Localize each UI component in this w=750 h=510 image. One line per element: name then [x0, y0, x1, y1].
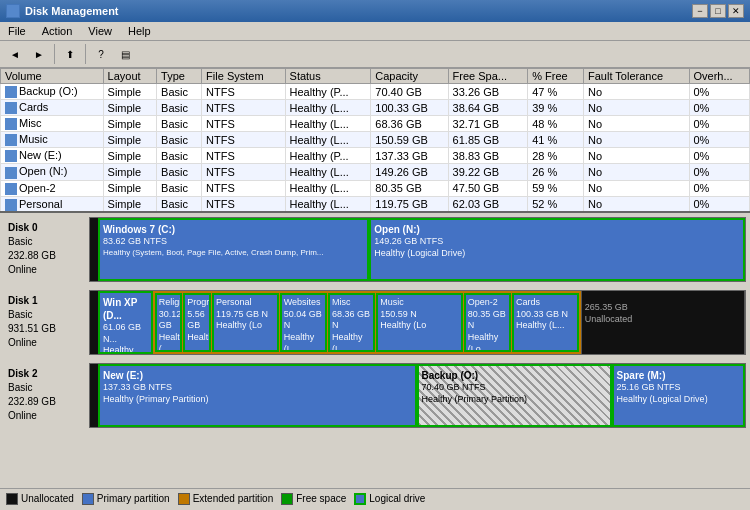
- disk1-open2[interactable]: Open-2 80.35 GB N Healthy (Lo: [464, 293, 511, 352]
- col-freespace[interactable]: Free Spa...: [448, 69, 528, 84]
- toolbar-separator2: [85, 44, 86, 64]
- disk1-unalloc: 265.35 GB Unallocated: [582, 291, 745, 354]
- disk1-religious[interactable]: Religious 30.12 GB Healthy (: [155, 293, 183, 352]
- legend: Unallocated Primary partition Extended p…: [0, 488, 750, 508]
- up-button[interactable]: ⬆: [59, 43, 81, 65]
- disk0-bar: Windows 7 (C:) 83.62 GB NTFS Healthy (Sy…: [89, 217, 746, 282]
- volume-icon: [5, 86, 17, 98]
- toolbar-separator: [54, 44, 55, 64]
- disk2-size: 232.89 GB: [8, 395, 85, 409]
- disk0-info: Disk 0 Basic 232.88 GB Online: [4, 217, 89, 282]
- toolbar: ◄ ► ⬆ ? ▤: [0, 41, 750, 68]
- disk1-status: Online: [8, 336, 85, 350]
- disk0-name: Disk 0: [8, 221, 85, 235]
- legend-logical-label: Logical drive: [369, 493, 425, 504]
- table-row[interactable]: Open (N:)SimpleBasicNTFSHealthy (L...149…: [1, 164, 750, 180]
- volume-icon: [5, 102, 17, 114]
- legend-primary: Primary partition: [82, 493, 170, 505]
- disk2-header: [90, 364, 98, 427]
- forward-button[interactable]: ►: [28, 43, 50, 65]
- menu-action[interactable]: Action: [38, 24, 77, 38]
- legend-free-box: [281, 493, 293, 505]
- table-row[interactable]: Open-2SimpleBasicNTFSHealthy (L...80.35 …: [1, 180, 750, 196]
- legend-logical-box: [354, 493, 366, 505]
- maximize-button[interactable]: □: [710, 4, 726, 18]
- disk1-extended: Religious 30.12 GB Healthy ( Prograr... …: [153, 291, 582, 354]
- volume-icon: [5, 199, 17, 211]
- disk1-misc[interactable]: Misc 68.36 GB N Healthy (L...: [328, 293, 375, 352]
- disk1-cards[interactable]: Cards 100.33 GB N Healthy (L...: [512, 293, 579, 352]
- disk1-websites[interactable]: Websites 50.04 GB N Healthy (L...: [280, 293, 327, 352]
- disk0-part-open[interactable]: Open (N:) 149.26 GB NTFS Healthy (Logica…: [369, 218, 745, 281]
- window-title: Disk Management: [25, 5, 119, 17]
- disk2-newe[interactable]: New (E:) 137.33 GB NTFS Healthy (Primary…: [98, 364, 417, 427]
- menu-file[interactable]: File: [4, 24, 30, 38]
- disk2-name: Disk 2: [8, 367, 85, 381]
- legend-primary-label: Primary partition: [97, 493, 170, 504]
- menu-bar: File Action View Help: [0, 22, 750, 41]
- col-volume[interactable]: Volume: [1, 69, 104, 84]
- table-row[interactable]: PersonalSimpleBasicNTFSHealthy (L...119.…: [1, 196, 750, 212]
- disk1-info: Disk 1 Basic 931.51 GB Online: [4, 290, 89, 355]
- disk-diagram-section[interactable]: Disk 0 Basic 232.88 GB Online Windows 7 …: [0, 213, 750, 488]
- disk2-backup[interactable]: Backup (O:) 70.40 GB NTFS Healthy (Prima…: [417, 364, 612, 427]
- disk0-header: [90, 218, 98, 281]
- app-icon: [6, 4, 20, 18]
- legend-extended-label: Extended partition: [193, 493, 274, 504]
- menu-help[interactable]: Help: [124, 24, 155, 38]
- table-row[interactable]: MiscSimpleBasicNTFSHealthy (L...68.36 GB…: [1, 116, 750, 132]
- table-row[interactable]: Backup (O:)SimpleBasicNTFSHealthy (P...7…: [1, 84, 750, 100]
- volume-table-section[interactable]: Volume Layout Type File System Status Ca…: [0, 68, 750, 213]
- table-row[interactable]: CardsSimpleBasicNTFSHealthy (L...100.33 …: [1, 100, 750, 116]
- volume-icon: [5, 150, 17, 162]
- legend-extended: Extended partition: [178, 493, 274, 505]
- volume-table: Volume Layout Type File System Status Ca…: [0, 68, 750, 213]
- disk1-bar: Win XP (D... 61.06 GB N... Healthy (A...…: [89, 290, 746, 355]
- disk2-spare[interactable]: Spare (M:) 25.16 GB NTFS Healthy (Logica…: [612, 364, 745, 427]
- help-button[interactable]: ?: [90, 43, 112, 65]
- disk1-personal[interactable]: Personal 119.75 GB N Healthy (Lo: [212, 293, 279, 352]
- col-fault[interactable]: Fault Tolerance: [584, 69, 689, 84]
- disk0-part-windows[interactable]: Windows 7 (C:) 83.62 GB NTFS Healthy (Sy…: [98, 218, 369, 281]
- window-controls: − □ ✕: [692, 4, 744, 18]
- col-filesystem[interactable]: File System: [202, 69, 285, 84]
- disk1-size: 931.51 GB: [8, 322, 85, 336]
- back-button[interactable]: ◄: [4, 43, 26, 65]
- disk0-size: 232.88 GB: [8, 249, 85, 263]
- volume-icon: [5, 167, 17, 179]
- close-button[interactable]: ✕: [728, 4, 744, 18]
- legend-unalloc-label: Unallocated: [21, 493, 74, 504]
- disk0-type: Basic: [8, 235, 85, 249]
- list-button[interactable]: ▤: [114, 43, 136, 65]
- main-content: Volume Layout Type File System Status Ca…: [0, 68, 750, 508]
- disk1-music[interactable]: Music 150.59 N Healthy (Lo: [376, 293, 462, 352]
- col-overhead[interactable]: Overh...: [689, 69, 750, 84]
- col-status[interactable]: Status: [285, 69, 371, 84]
- legend-unalloc: Unallocated: [6, 493, 74, 505]
- disk1-programs[interactable]: Prograr... 5.56 GB Healthy: [183, 293, 211, 352]
- table-row[interactable]: MusicSimpleBasicNTFSHealthy (L...150.59 …: [1, 132, 750, 148]
- disk0-status: Online: [8, 263, 85, 277]
- col-capacity[interactable]: Capacity: [371, 69, 448, 84]
- menu-view[interactable]: View: [84, 24, 116, 38]
- col-layout[interactable]: Layout: [103, 69, 157, 84]
- disk2-row: Disk 2 Basic 232.89 GB Online New (E:) 1…: [4, 363, 746, 428]
- disk1-row: Disk 1 Basic 931.51 GB Online Win XP (D.…: [4, 290, 746, 355]
- minimize-button[interactable]: −: [692, 4, 708, 18]
- table-row[interactable]: New (E:)SimpleBasicNTFSHealthy (P...137.…: [1, 148, 750, 164]
- disk2-status: Online: [8, 409, 85, 423]
- disk1-header: [90, 291, 98, 354]
- title-bar: Disk Management − □ ✕: [0, 0, 750, 22]
- legend-extended-box: [178, 493, 190, 505]
- volume-icon: [5, 134, 17, 146]
- legend-free-label: Free space: [296, 493, 346, 504]
- volume-icon: [5, 183, 17, 195]
- disk2-bar: New (E:) 137.33 GB NTFS Healthy (Primary…: [89, 363, 746, 428]
- disk2-type: Basic: [8, 381, 85, 395]
- col-type[interactable]: Type: [157, 69, 202, 84]
- col-pctfree[interactable]: % Free: [528, 69, 584, 84]
- disk2-info: Disk 2 Basic 232.89 GB Online: [4, 363, 89, 428]
- legend-primary-box: [82, 493, 94, 505]
- disk1-winxp[interactable]: Win XP (D... 61.06 GB N... Healthy (A...: [98, 291, 153, 354]
- legend-free: Free space: [281, 493, 346, 505]
